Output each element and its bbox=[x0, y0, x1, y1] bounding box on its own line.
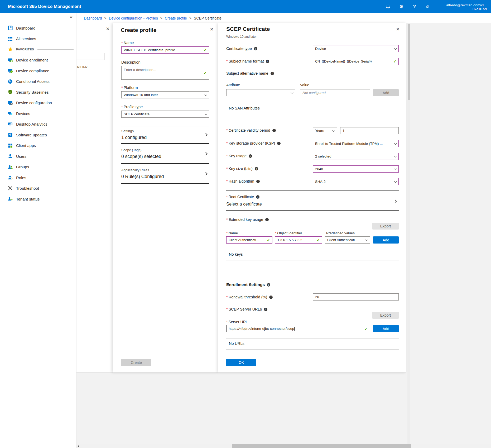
name-input[interactable]: WIN10_SCEP_certificate_profile ✓ bbox=[121, 46, 209, 54]
vertical-scrollbar-thumb[interactable] bbox=[408, 24, 410, 100]
horizontal-scrollbar-thumb[interactable] bbox=[232, 444, 411, 448]
divider bbox=[226, 338, 399, 339]
divider bbox=[226, 249, 399, 249]
close-icon[interactable]: ✕ bbox=[396, 27, 400, 32]
profiles-search-input[interactable] bbox=[76, 53, 104, 60]
san-value-input[interactable]: Not configured bbox=[300, 89, 370, 96]
breadcrumb-create-profile[interactable]: Create profile bbox=[165, 16, 187, 20]
info-icon[interactable] bbox=[266, 60, 269, 63]
hash-algorithm-select[interactable]: SHA-2 bbox=[313, 178, 399, 185]
eku-object-identifier-input[interactable]: 1.3.6.1.5.5.7.3.2 ✓ bbox=[275, 236, 322, 244]
info-icon[interactable] bbox=[277, 142, 281, 145]
profile-type-select[interactable]: SCEP certificate bbox=[121, 111, 209, 118]
description-input[interactable]: Enter a description... ✓ bbox=[121, 66, 209, 80]
eku-empty-text: No keys bbox=[229, 252, 243, 256]
eku-predefined-values-select[interactable]: Client Authenticati... bbox=[325, 236, 370, 244]
sidebar-item-conditional-access[interactable]: Conditional Access bbox=[0, 76, 76, 87]
device-configuration-icon bbox=[8, 101, 13, 105]
renewal-threshold-input[interactable]: 20 bbox=[313, 293, 399, 301]
divider bbox=[226, 114, 399, 114]
subject-name-format-input[interactable]: CN={{DeviceName}}_{{Device_Serial}} ✓ bbox=[313, 58, 399, 65]
account-menu[interactable]: alfredo@rextitan.onmicr... REXTITAN bbox=[446, 3, 487, 10]
chevron-down-icon bbox=[333, 129, 335, 132]
chevron-down-icon bbox=[394, 47, 397, 50]
app-header: Microsoft 365 Device Management ⚙ ? ☺ al… bbox=[0, 0, 491, 13]
sidebar-item-devices[interactable]: Devices bbox=[0, 108, 76, 119]
sidebar-item-dashboard[interactable]: Dashboard bbox=[0, 23, 76, 34]
server-urls-export-button[interactable]: Export bbox=[372, 312, 399, 319]
dashboard-icon bbox=[8, 26, 13, 30]
feedback-smiley-icon[interactable]: ☺ bbox=[421, 4, 434, 9]
applicability-rules-row-value: 0 Rule(s) Configured bbox=[121, 174, 164, 179]
sidebar-item-software-updates[interactable]: Software updates bbox=[0, 130, 76, 140]
server-url-input[interactable]: https://<fqdn>/intune-ejbc-connector/sce… bbox=[226, 325, 370, 332]
ok-button[interactable]: OK bbox=[226, 359, 256, 366]
san-attribute-select[interactable] bbox=[226, 89, 295, 96]
breadcrumb-device-configuration-profiles[interactable]: Device configuration - Profiles bbox=[109, 16, 158, 20]
close-icon[interactable]: ✕ bbox=[210, 27, 214, 32]
scope-tags-row[interactable]: Scope (Tags) 0 scope(s) selected bbox=[121, 144, 209, 164]
validity-value-input[interactable]: 1 bbox=[340, 127, 399, 134]
sidebar-item-roles[interactable]: Roles bbox=[0, 172, 76, 183]
info-icon[interactable] bbox=[265, 218, 269, 221]
key-usage-select[interactable]: 2 selected bbox=[313, 153, 399, 160]
notifications-bell-icon[interactable] bbox=[382, 4, 395, 9]
platform-select[interactable]: Windows 10 and later bbox=[121, 91, 209, 98]
sidebar-item-desktop-analytics[interactable]: Desktop Analytics bbox=[0, 119, 76, 130]
settings-row[interactable]: Settings 1 configured bbox=[121, 126, 209, 144]
scroll-left-arrow-icon[interactable] bbox=[78, 445, 79, 447]
server-url-add-button[interactable]: Add bbox=[373, 325, 399, 332]
validity-unit-select[interactable]: Years bbox=[313, 127, 337, 134]
info-icon[interactable] bbox=[264, 308, 267, 311]
info-icon[interactable] bbox=[255, 167, 258, 170]
tenant-status-icon bbox=[8, 197, 13, 201]
info-icon[interactable] bbox=[269, 296, 273, 299]
key-storage-provider-select[interactable]: Enroll to Trusted Platform Module (TPM) … bbox=[313, 140, 399, 147]
sidebar-item-device-configuration[interactable]: Device configuration bbox=[0, 98, 76, 108]
sidebar-item-troubleshoot[interactable]: Troubleshoot bbox=[0, 183, 76, 194]
valid-check-icon: ✓ bbox=[316, 238, 320, 242]
eku-name-input[interactable]: Client Authenticati... ✓ bbox=[226, 236, 272, 244]
sidebar-item-all-services[interactable]: All services bbox=[0, 34, 76, 44]
breadcrumb-dashboard[interactable]: Dashboard bbox=[84, 16, 102, 20]
info-icon[interactable] bbox=[254, 47, 257, 50]
description-label: Description bbox=[121, 60, 141, 64]
breadcrumb-separator: > bbox=[104, 16, 107, 20]
users-icon bbox=[8, 154, 13, 159]
chevron-down-icon bbox=[365, 238, 368, 241]
sidebar-item-security-baselines[interactable]: Security Baselines bbox=[0, 87, 76, 98]
sidebar-item-client-apps[interactable]: Client apps bbox=[0, 140, 76, 151]
info-icon[interactable] bbox=[272, 129, 276, 132]
certificate-type-select[interactable]: Device bbox=[313, 45, 399, 52]
help-icon[interactable]: ? bbox=[408, 4, 421, 9]
sidebar-item-tenant-status[interactable]: Tenant status bbox=[0, 194, 76, 204]
info-icon[interactable] bbox=[271, 72, 274, 75]
applicability-rules-row[interactable]: Applicability Rules 0 Rule(s) Configured bbox=[121, 164, 209, 184]
sidebar-item-users[interactable]: Users bbox=[0, 151, 76, 162]
scep-panel-subtitle: Windows 10 and later bbox=[226, 35, 257, 39]
collapse-sidebar-button[interactable]: « bbox=[70, 14, 73, 20]
chevron-right-icon bbox=[204, 172, 208, 175]
key-size-select[interactable]: 2048 bbox=[313, 165, 399, 173]
sidebar-item-device-compliance[interactable]: Device compliance bbox=[0, 65, 76, 76]
settings-gear-icon[interactable]: ⚙ bbox=[395, 4, 408, 9]
create-button[interactable]: Create bbox=[121, 359, 151, 366]
valid-check-icon: ✓ bbox=[203, 48, 207, 52]
info-icon[interactable] bbox=[256, 195, 259, 199]
profiles-panel: ✕ DIFIED bbox=[76, 23, 113, 373]
divider bbox=[226, 103, 399, 103]
sidebar-item-device-enrollment[interactable]: Device enrollment bbox=[0, 55, 76, 66]
subject-name-format-label: Subject name format bbox=[226, 59, 269, 63]
info-icon[interactable] bbox=[256, 180, 260, 183]
sidebar-nav: Dashboard All services FAVORITES Device … bbox=[0, 23, 76, 204]
info-icon[interactable] bbox=[249, 154, 252, 158]
subject-alternative-name-label: Subject alternative name bbox=[226, 71, 274, 75]
eku-add-button[interactable]: Add bbox=[373, 236, 399, 244]
close-icon[interactable]: ✕ bbox=[106, 27, 110, 31]
sidebar-item-groups[interactable]: Groups bbox=[0, 162, 76, 173]
eku-export-button[interactable]: Export bbox=[372, 223, 399, 230]
info-icon[interactable] bbox=[267, 283, 270, 287]
root-certificate-picker[interactable]: Select a certificate bbox=[226, 202, 262, 207]
maximize-icon[interactable] bbox=[388, 28, 391, 31]
san-add-button[interactable]: Add bbox=[373, 89, 399, 96]
